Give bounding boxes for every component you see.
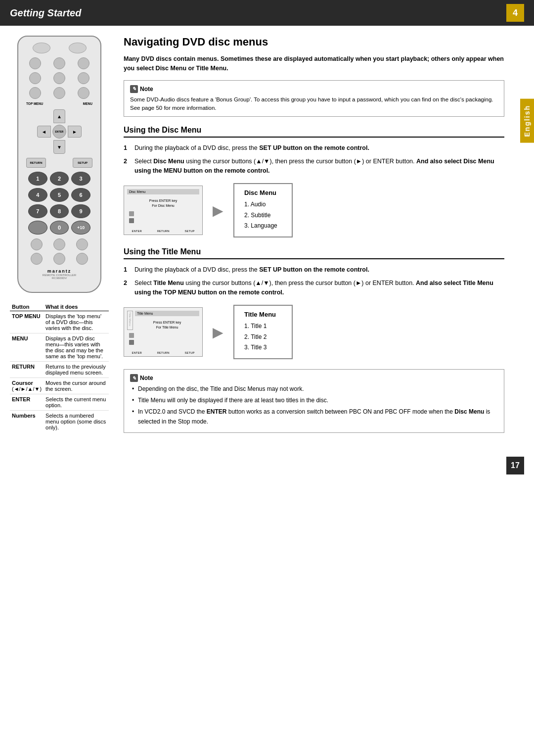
note-icon: ✎: [130, 85, 138, 93]
screen-btn: ENTER: [132, 230, 141, 233]
screen-icon-row: [129, 218, 199, 223]
bottom-row-2: [25, 253, 93, 265]
remote-bottom: [25, 238, 93, 265]
screen-title-bar: Title Menu: [135, 311, 199, 316]
note-box: ✎ Note Some DVD-Audio discs feature a 'B…: [124, 80, 504, 117]
screen-title: Disc Menu: [127, 189, 199, 194]
intro-text: Many DVD discs contain menus. Sometimes …: [124, 54, 504, 73]
screen-prompt: Press ENTER keyFor Title Menu: [135, 320, 199, 330]
remote-btn: [31, 238, 43, 250]
remote-btn: [53, 72, 65, 84]
btn-7: 7: [28, 204, 47, 218]
list-item: 2 Select Disc Menu using the cursor butt…: [124, 157, 504, 176]
remote-oval-right: [69, 43, 87, 53]
title-menu-title: Using the Title Menu: [124, 247, 504, 259]
list-item: 3. Title 3: [244, 342, 282, 353]
top-menu-label: TOP MENU: [26, 102, 43, 105]
list-item: 2. Title 2: [244, 332, 282, 343]
remote-btn: [29, 72, 41, 84]
title-label: Title Menu: [127, 311, 133, 330]
step-text: Select Disc Menu using the cursor button…: [134, 157, 504, 176]
disc-menu-result: Disc Menu 1. Audio 2. Subtitle 3. Langua…: [233, 183, 293, 237]
screen-icon-row: [129, 340, 199, 345]
remote-control: TOP MENU MENU ▲ ▼ ◄ ► ENTER RETURN SETUP…: [17, 36, 101, 293]
remote-btn: [53, 253, 65, 265]
btn-name: Coursor (◄/►/▲/▼): [10, 378, 44, 394]
dpad: ▲ ▼ ◄ ► ENTER: [37, 109, 82, 154]
btn-5: 5: [50, 188, 69, 202]
btn-desc: Displays a DVD disc menu—this varies wit…: [44, 333, 109, 362]
screen-btn: ENTER: [132, 351, 141, 354]
dpad-down: ▼: [53, 140, 65, 154]
screen-btn: SETUP: [185, 230, 195, 233]
step-num: 2: [124, 157, 131, 176]
btn-desc: Selects the current menu option.: [44, 394, 109, 411]
btn-desc: Displays the 'top menu' of a DVD disc—th…: [44, 311, 109, 333]
return-btn: RETURN: [26, 158, 46, 168]
icon-sq: [129, 340, 134, 345]
note-title: ✎ Note: [130, 85, 498, 94]
remote-btn: [53, 87, 65, 99]
list-item: 1. Title 1: [244, 321, 282, 332]
return-setup-row: RETURN SETUP: [23, 158, 95, 168]
setup-btn: SETUP: [73, 158, 92, 168]
screen-icons: [127, 333, 199, 345]
remote-top: [23, 43, 95, 53]
left-column: TOP MENU MENU ▲ ▼ ◄ ► ENTER RETURN SETUP…: [10, 36, 109, 442]
list-item: 3. Language: [244, 221, 282, 232]
btn-name: RETURN: [10, 362, 44, 378]
btn-1: 1: [28, 172, 47, 186]
btn-6: 6: [71, 188, 90, 202]
icon-sq: [129, 211, 134, 216]
result-list: 1. Title 1 2. Title 2 3. Title 3: [244, 321, 282, 353]
remote-btn: [78, 57, 89, 69]
page-number-box: 4: [506, 4, 524, 22]
disc-menu-screen: Disc Menu Press ENTER keyFor Disc Menu E…: [124, 186, 203, 235]
remote-row-1: [23, 57, 95, 69]
title-screen-content: Title Menu Press ENTER keyFor Title Menu: [135, 311, 199, 330]
screen-icons: [127, 211, 199, 223]
list-item: 2 Select Title Menu using the cursor but…: [124, 279, 504, 297]
remote-btn: [31, 253, 43, 265]
col-whatitdoes: What it does: [44, 303, 109, 311]
remote-btn: [53, 238, 65, 250]
title-menu-result: Title Menu 1. Title 1 2. Title 2 3. Titl…: [233, 305, 293, 359]
bottom-row-1: [25, 238, 93, 250]
table-row: ENTER Selects the current menu option.: [10, 394, 109, 411]
list-item: 2. Subtitle: [244, 210, 282, 221]
remote-oval-left: [33, 43, 50, 53]
brand-sub2: RC3600DV: [23, 277, 95, 280]
screen-bottom-btns: ENTER RETURN SETUP: [124, 351, 202, 354]
screen-bottom-btns: ENTER RETURN SETUP: [124, 230, 202, 233]
note2-icon: ✎: [130, 374, 138, 382]
dpad-right: ►: [68, 126, 82, 138]
disc-menu-screen-area: Disc Menu Press ENTER keyFor Disc Menu E…: [124, 183, 504, 237]
brand-name: marantz: [23, 269, 95, 274]
table-row: Coursor (◄/►/▲/▼) Moves the cursor aroun…: [10, 378, 109, 394]
list-item: 1 During the playback of a DVD disc, pre…: [124, 143, 504, 153]
num-grid: 1 2 3 4 5 6 7 8 9 0 +10: [28, 172, 90, 235]
page-header: Getting Started 4: [0, 0, 534, 26]
list-item: 1. Audio: [244, 199, 282, 210]
remote-brand: marantz REMOTE CONTROLLER RC3600DV: [23, 269, 95, 280]
screen-btn: RETURN: [157, 230, 170, 233]
btn-0: 0: [50, 221, 69, 235]
list-item: Depending on the disc, the Title and Dis…: [130, 384, 498, 394]
icon-sq: [129, 333, 134, 338]
step-num: 1: [124, 143, 131, 153]
page-title: Getting Started: [10, 7, 81, 19]
menu-label: MENU: [83, 102, 92, 105]
arrow-right-icon: ▶: [213, 324, 223, 340]
dpad-enter: ENTER: [52, 125, 66, 139]
remote-row-3: [23, 87, 95, 99]
btn-name: MENU: [10, 333, 44, 362]
step-num: 1: [124, 265, 131, 275]
step-num: 2: [124, 279, 131, 297]
btn-name: TOP MENU: [10, 311, 44, 333]
dpad-up: ▲: [53, 109, 65, 123]
note2-title: ✎ Note: [130, 374, 498, 382]
table-row: MENU Displays a DVD disc menu—this varie…: [10, 333, 109, 362]
english-tab: English: [520, 99, 534, 143]
main-section-title: Navigating DVD disc menus: [124, 36, 504, 48]
title-menu-screen-area: Title Menu Title Menu Press ENTER keyFor…: [124, 305, 504, 359]
